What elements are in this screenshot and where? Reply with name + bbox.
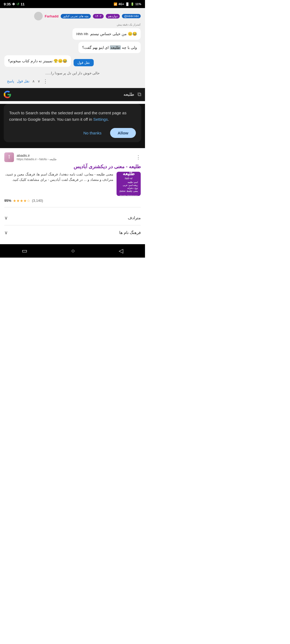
- rating-stars: ★★★★☆: [13, 199, 30, 203]
- status-icon-snowflake: ❄: [12, 2, 15, 6]
- result-more-icon[interactable]: ⋮: [136, 154, 141, 160]
- result-domain: abadis.ir: [17, 153, 57, 158]
- chat-area: HHH HH@ دوازدهم ۱۴۰۲ بچه های تجربی کنکور…: [0, 8, 145, 88]
- allow-button[interactable]: Allow: [110, 128, 136, 138]
- result-url: https://abadis.ir › fatofa › طلیعه: [17, 158, 57, 161]
- chevron-down-icon[interactable]: ∨: [38, 79, 40, 83]
- search-query: طلیعه: [15, 92, 134, 97]
- action-quote[interactable]: نقل قول: [17, 79, 30, 83]
- channel-tag: بچه های تجربی کنکور: [61, 14, 91, 19]
- chevron-names-icon: ∨: [4, 230, 8, 236]
- message-1: 😂😑 من خیلی حساس نیستم: [90, 32, 137, 36]
- search-results: آ abadis.ir https://abadis.ir › fatofa ›…: [0, 148, 145, 244]
- highlighted-word: طلیعه: [110, 45, 121, 50]
- sim-icon: 📶: [114, 2, 117, 6]
- sender-name: Farhadd: [45, 14, 59, 18]
- quote-button[interactable]: نقل قول: [74, 59, 94, 66]
- section-label-synonyms: مترادف: [128, 215, 141, 220]
- status-bar: 9:35 ❄ ↺ 11 📶 4G+ ▐▌ 🔋 11%: [0, 0, 145, 8]
- action-bar: ⋮ ∨ ∧ نقل قول پاسخ: [4, 76, 141, 85]
- time: 9:35: [4, 2, 11, 6]
- signal-bars: ▐▌: [125, 2, 129, 6]
- permission-card: Touch to Search sends the selected word …: [4, 104, 141, 142]
- battery-level: 11%: [135, 2, 141, 6]
- nav-home-button[interactable]: ○: [71, 247, 75, 254]
- section-label-names: فرهنگ نام ها: [119, 230, 141, 235]
- status-left: 9:35 ❄ ↺ 11: [4, 2, 25, 6]
- username-tag: HHH HH@: [122, 14, 141, 18]
- result-body: معنی طلیعه - معانی، لفت نامه دهخدا، فرهن…: [4, 172, 141, 196]
- result-source: آ abadis.ir https://abadis.ir › fatofa ›…: [4, 152, 141, 162]
- signal-icon: 4G+: [118, 2, 124, 6]
- chevron-up-icon[interactable]: ∧: [32, 79, 35, 83]
- result-description: معنی طلیعه - معانی، لفت نامه دهخدا، فرهن…: [4, 172, 113, 183]
- action-reply[interactable]: پاسخ: [7, 79, 14, 83]
- notification-count: 11: [21, 2, 24, 6]
- no-thanks-button[interactable]: No thanks: [79, 129, 106, 137]
- result-title[interactable]: طلیعه - معنی در دیکشنری آبادیس: [4, 164, 141, 170]
- chat-timestamp: کمتراز یک دقیقه پیش: [4, 23, 141, 26]
- result-domain-block: abadis.ir https://abadis.ir › fatofa › ط…: [17, 153, 57, 161]
- sender-ref: Hhh Hh: [76, 32, 88, 36]
- result-favicon: آ: [4, 152, 14, 162]
- result-image-brand: Abadis Dictionary: [119, 195, 138, 197]
- result-rating: 95% ★★★★☆ (3,140): [4, 199, 141, 203]
- settings-link[interactable]: Settings: [93, 117, 108, 122]
- google-search-bar: طلیعه ⧉: [0, 88, 145, 101]
- result-image-word: طلیعه: [123, 171, 135, 177]
- rating-count: (3,140): [32, 199, 43, 203]
- permission-text: Touch to Search sends the selected word …: [9, 110, 136, 123]
- section-row-synonyms[interactable]: مترادف ∨: [4, 211, 141, 225]
- status-icon-refresh: ↺: [16, 2, 19, 6]
- result-image-details: اسم: طلیعهریشه اسم: عربینوع: دخترانهمعنی…: [119, 181, 137, 193]
- year-tag: ۱۴۰۲: [93, 14, 104, 19]
- nav-back-button[interactable]: ◁: [119, 247, 123, 254]
- status-right: 📶 4G+ ▐▌ 🔋 11%: [114, 2, 141, 6]
- chat-bubble-1: 😂😑 من خیلی حساس نیستم Hhh Hh: [73, 28, 141, 40]
- grade-tag: دوازدهم: [106, 14, 120, 19]
- divider-1: [4, 207, 141, 207]
- google-logo-icon: [4, 91, 11, 98]
- permission-text-part2: .: [108, 117, 109, 122]
- nav-recent-button[interactable]: ▭: [22, 247, 27, 254]
- message-2: ولی با چه طلیعه ای اینو بهم گفت؟: [82, 45, 137, 50]
- section-row-names[interactable]: فرهنگ نام ها ∨: [4, 225, 141, 240]
- chat-footer-text: حالی خوش دار این دل پر سودا را......: [4, 69, 141, 76]
- favicon-letter: آ: [9, 155, 10, 159]
- external-link-icon[interactable]: ⧉: [137, 91, 141, 97]
- result-image: طلیعه /tali~e/ اسم: طلیعهریشه اسم: عربین…: [117, 172, 141, 196]
- result-item: آ abadis.ir https://abadis.ir › fatofa ›…: [4, 152, 141, 203]
- message-3: 😂😑😤 نمیبینز نه دارم کتاب میخونم؟: [8, 59, 67, 63]
- battery-icon: 🔋: [130, 2, 134, 6]
- rating-percentage: 95%: [4, 199, 11, 203]
- permission-actions: No thanks Allow: [9, 128, 136, 138]
- chat-header: HHH HH@ دوازدهم ۱۴۰۲ بچه های تجربی کنکور…: [4, 12, 141, 20]
- more-options-icon[interactable]: ⋮: [43, 78, 48, 84]
- bottom-nav: ▭ ○ ◁: [0, 244, 145, 258]
- chevron-synonyms-icon: ∨: [4, 215, 8, 221]
- chat-bubble-3: 😂😑😤 نمیبینز نه دارم کتاب میخونم؟: [4, 55, 71, 67]
- avatar: [34, 12, 43, 20]
- chat-bubble-2: ولی با چه طلیعه ای اینو بهم گفت؟: [78, 42, 141, 53]
- result-image-phonetic: /tali~e/: [125, 177, 132, 180]
